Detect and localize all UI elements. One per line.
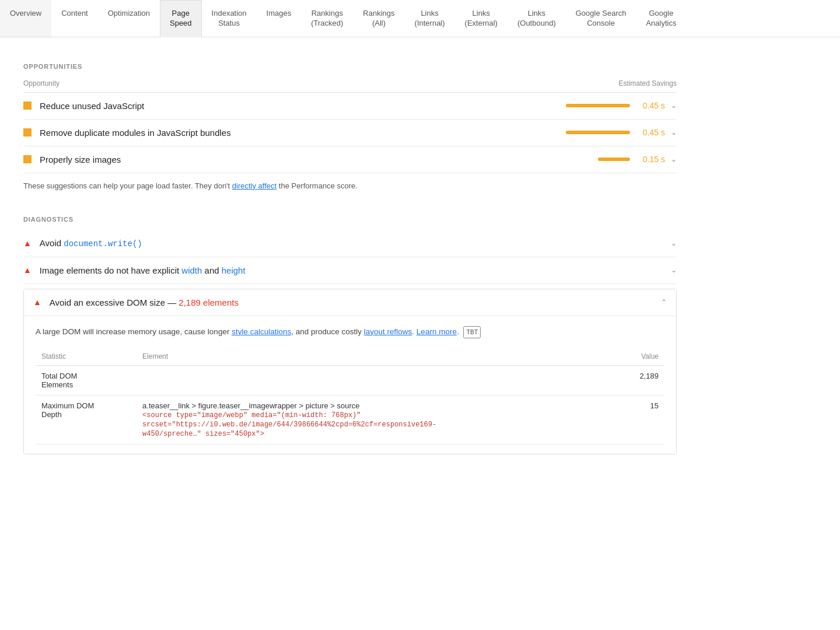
diagnostic-header: ▲ Avoid an excessive DOM size — 2,189 el… [24,289,676,316]
tabs-navigation: Overview Content Optimization PageSpeed … [0,0,840,37]
statistic-max-depth: Maximum DOMDepth [36,396,136,444]
savings-value: 0.45 s [636,101,665,110]
warning-triangle-icon: ▲ [23,239,32,248]
chevron-down-icon[interactable]: ⌄ [671,102,677,110]
column-headers: Opportunity Estimated Savings [23,77,677,93]
warning-triangle-icon: ▲ [23,265,32,275]
chevron-down-icon[interactable]: ⌄ [671,239,677,247]
opportunity-right: 0.45 s ⌄ [566,101,677,110]
style-calculations-link[interactable]: style calculations [232,327,291,336]
savings-bar [566,131,630,134]
savings-value: 0.45 s [636,128,665,137]
opportunity-right: 0.15 s ⌄ [598,155,677,164]
opportunity-right: 0.45 s ⌄ [566,128,677,137]
chevron-down-icon[interactable]: ⌄ [671,128,677,136]
table-header-statistic: Statistic [36,348,136,366]
diagnostic-title-dom-size: Avoid an excessive DOM size — 2,189 elem… [50,298,239,307]
table-header-element: Element [136,348,616,366]
main-content: OPPORTUNITIES Opportunity Estimated Savi… [0,37,700,467]
savings-bar-fill [598,158,630,161]
element-total-dom [136,366,616,396]
table-row-max-depth: Maximum DOMDepth a.teaser__link > figure… [36,396,664,444]
diagnostics-section-header: DIAGNOSTICS [23,216,677,223]
element-selector: a.teaser__link > figure.teaser__imagewra… [142,401,360,410]
opportunity-item-properly-size: Properly size images 0.15 s ⌄ [23,146,677,173]
diagnostic-left: ▲ Avoid document.write() [23,238,142,249]
opportunity-title: Reduce unused JavaScript [40,101,144,111]
tab-rankings-tracked[interactable]: Rankings(Tracked) [301,0,353,37]
tab-page-speed[interactable]: PageSpeed [160,0,202,37]
diagnostic-item-image-explicit: ▲ Image elements do not have explicit wi… [23,257,677,284]
tab-links-external[interactable]: Links(External) [455,0,508,37]
layout-reflows-link[interactable]: layout reflows [364,327,412,336]
tab-indexation-status[interactable]: IndexationStatus [202,0,257,37]
tbt-badge: TBT [463,326,481,339]
expanded-description: A large DOM will increase memory usage, … [36,326,664,339]
suggestions-note: These suggestions can help your page loa… [23,173,677,202]
element-code-source: <source type="image/webp" media="(min-wi… [142,411,360,419]
opportunity-item-remove-duplicate: Remove duplicate modules in JavaScript b… [23,120,677,146]
value-total-dom: 2,189 [617,366,664,396]
opportunities-section-header: OPPORTUNITIES [23,63,677,70]
col-header-opportunity: Opportunity [23,79,60,88]
opportunity-left: Reduce unused JavaScript [23,101,144,111]
keyword-width: width [181,265,202,275]
diagnostic-item-dom-size-expanded: ▲ Avoid an excessive DOM size — 2,189 el… [23,289,677,455]
orange-square-icon [23,102,32,110]
col-header-savings: Estimated Savings [619,79,677,88]
directly-affect-link[interactable]: directly affect [232,181,276,190]
tab-links-outbound[interactable]: Links(Outbound) [508,0,566,37]
opportunity-left: Properly size images [23,155,121,164]
diagnostic-title: Avoid document.write() [40,238,142,249]
savings-bar-fill [566,131,630,134]
orange-square-icon [23,155,32,163]
code-document-write: document.write() [64,239,142,249]
table-header-value: Value [617,348,664,366]
diagnostic-left: ▲ Image elements do not have explicit wi… [23,265,246,275]
opportunity-title: Properly size images [40,155,121,164]
keyword-height: height [222,265,246,275]
savings-value: 0.15 s [636,155,665,164]
value-max-depth: 15 [617,396,664,444]
opportunity-title: Remove duplicate modules in JavaScript b… [40,128,231,138]
opportunity-left: Remove duplicate modules in JavaScript b… [23,128,231,138]
savings-bar [566,104,630,107]
tab-links-internal[interactable]: Links(Internal) [405,0,455,37]
learn-more-link[interactable]: Learn more [416,327,457,336]
tab-content[interactable]: Content [51,0,98,37]
tab-images[interactable]: Images [257,0,302,37]
expanded-body: A large DOM will increase memory usage, … [24,316,676,454]
tab-overview[interactable]: Overview [0,0,51,37]
tab-optimization[interactable]: Optimization [98,0,160,37]
warning-triangle-icon: ▲ [33,298,41,307]
chevron-down-icon[interactable]: ⌄ [671,266,677,274]
tab-google-search-console[interactable]: Google SearchConsole [566,0,636,37]
element-code-srcset: srcset="https://i0.web.de/image/644/3986… [142,421,436,429]
statistic-total-dom: Total DOMElements [36,366,136,396]
diagnostic-title: Image elements do not have explicit widt… [40,265,246,275]
dom-stats-table: Statistic Element Value Total DOMElement… [36,348,664,444]
chevron-up-icon[interactable]: ⌃ [661,298,667,306]
diagnostic-header-left: ▲ Avoid an excessive DOM size — 2,189 el… [33,298,239,307]
tab-rankings-all[interactable]: Rankings(All) [353,0,404,37]
element-max-depth: a.teaser__link > figure.teaser__imagewra… [136,396,616,444]
chevron-down-icon[interactable]: ⌄ [671,155,677,163]
tab-google-analytics[interactable]: GoogleAnalytics [636,0,686,37]
element-code-srcset2: w450/spreche…" sizes="450px"> [142,430,264,438]
table-row-total-dom: Total DOMElements 2,189 [36,366,664,396]
diagnostic-item-document-write: ▲ Avoid document.write() ⌄ [23,230,677,257]
opportunity-item-reduce-js: Reduce unused JavaScript 0.45 s ⌄ [23,93,677,120]
dom-count: 2,189 elements [178,298,239,307]
savings-bar-fill [566,104,630,107]
orange-square-icon [23,128,32,136]
savings-bar [598,158,630,161]
